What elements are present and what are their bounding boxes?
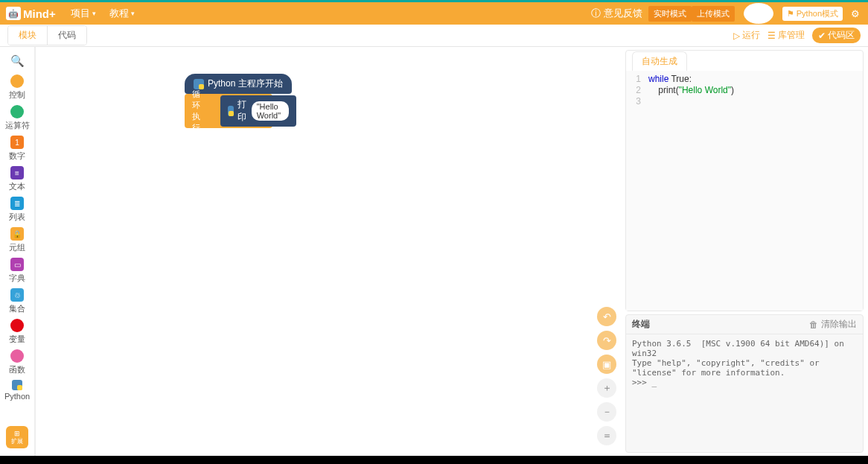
category-square-icon: ▭ [10, 258, 24, 271]
run-button[interactable]: ▷ 运行 [733, 29, 760, 42]
category-dot-icon [10, 319, 24, 332]
category-函数[interactable]: 函数 [4, 347, 30, 378]
extension-icon: ⊞ [14, 430, 20, 437]
logo-text: Mind+ [23, 7, 56, 20]
flag-icon: ⚑ [787, 9, 794, 19]
run-label: 运行 [742, 29, 760, 42]
info-icon: ⓘ [591, 7, 601, 20]
category-square-icon: ♲ [10, 288, 24, 302]
python-icon [12, 380, 22, 390]
lib-manage-button[interactable]: ☰ 库管理 [768, 29, 805, 42]
play-icon: ▷ [733, 31, 740, 41]
terminal-output[interactable]: Python 3.6.5 [MSC v.1900 64 bit AMD64)] … [626, 334, 863, 452]
second-bar: 模块 代码 ▷ 运行 ☰ 库管理 ✔ 代码区 [0, 25, 868, 47]
menu-tutorial[interactable]: 教程 ▾ [105, 5, 139, 22]
category-label: Python [4, 392, 30, 401]
top-bar: 🤖 Mind+ 项目 ▾ 教程 ▾ ⓘ 意见反馈 实时模式 上传模式 [0, 0, 868, 25]
feedback-link[interactable]: ⓘ 意见反馈 [591, 7, 642, 20]
gear-icon[interactable]: ⚙ [849, 7, 862, 20]
tab-code[interactable]: 代码 [47, 26, 86, 45]
zoom-reset-button[interactable]: ＝ [597, 426, 616, 445]
category-运算符[interactable]: 运算符 [4, 103, 30, 133]
zoom-out-button[interactable]: － [597, 402, 616, 422]
python-icon [228, 106, 234, 116]
category-dot-icon [10, 74, 24, 88]
block-canvas[interactable]: Python 主程序开始 循环执行 打印 "Hello World" ↶ [35, 47, 624, 456]
extensions-button[interactable]: ⊞ 扩展 [6, 426, 28, 448]
tab-blocks[interactable]: 模块 [8, 26, 47, 45]
logo: 🤖 Mind+ [6, 7, 56, 20]
category-label: 文本 [9, 181, 25, 192]
block-print-label: 打印 [237, 98, 248, 124]
code-tab-auto[interactable]: 自动生成 [632, 51, 687, 71]
category-变量[interactable]: 变量 [4, 317, 30, 347]
category-dot-icon [10, 105, 24, 118]
mascot-icon [744, 3, 773, 24]
extensions-label: 扩展 [11, 437, 23, 445]
zoom-in-button[interactable]: ＋ [597, 378, 616, 398]
category-列表[interactable]: ≣列表 [4, 194, 30, 225]
category-label: 字典 [9, 273, 25, 284]
category-控制[interactable]: 控制 [4, 72, 30, 103]
terminal-clear-button[interactable]: 🗑 清除输出 [809, 318, 857, 331]
logo-icon: 🤖 [6, 7, 21, 20]
category-label: 集合 [9, 303, 25, 314]
view-tabs: 模块 代码 [7, 25, 87, 45]
menu-tutorial-label: 教程 [109, 7, 129, 20]
terminal-panel: 终端 🗑 清除输出 Python 3.6.5 [MSC v.1900 64 bi… [625, 314, 864, 453]
right-panel: 自动生成 123 while True: print("Hello World"… [624, 47, 868, 456]
block-loop-forever[interactable]: 循环执行 打印 "Hello World" [185, 94, 272, 128]
code-area-label: 代码区 [828, 29, 855, 42]
code-lines: while True: print("Hello World") [644, 71, 734, 311]
lib-label: 库管理 [778, 29, 805, 42]
category-文本[interactable]: ≡文本 [4, 164, 30, 194]
code-editor[interactable]: 123 while True: print("Hello World") [626, 71, 863, 311]
category-Python[interactable]: Python [4, 378, 30, 403]
terminal-title: 终端 [632, 318, 650, 331]
block-loop-label: 循环执行 [192, 89, 200, 133]
category-square-icon: ≣ [10, 197, 24, 210]
block-print-arg[interactable]: "Hello World" [252, 101, 290, 121]
category-square-icon: ≡ [10, 166, 24, 179]
chevron-down-icon: ▾ [92, 10, 96, 17]
menu-project[interactable]: 项目 ▾ [66, 5, 100, 22]
center-button[interactable]: ▣ [597, 355, 616, 374]
mode-python-button[interactable]: ⚑ Python模式 [782, 7, 843, 21]
category-集合[interactable]: ♲集合 [4, 286, 30, 317]
category-字典[interactable]: ▭字典 [4, 255, 30, 286]
check-icon: ✔ [818, 31, 826, 41]
undo-button[interactable]: ↶ [597, 307, 616, 326]
top-menu: 项目 ▾ 教程 ▾ [66, 5, 139, 22]
category-label: 函数 [9, 364, 25, 375]
chevron-down-icon: ▾ [131, 10, 135, 17]
code-area-button[interactable]: ✔ 代码区 [812, 28, 861, 43]
feedback-label: 意见反馈 [604, 7, 642, 20]
category-square-icon: 1 [10, 136, 24, 149]
category-label: 运算符 [5, 120, 30, 131]
list-icon: ☰ [768, 31, 776, 41]
terminal-clear-label: 清除输出 [821, 318, 857, 331]
code-panel: 自动生成 123 while True: print("Hello World"… [625, 50, 864, 311]
trash-icon: 🗑 [809, 320, 818, 330]
category-label: 数字 [9, 150, 25, 162]
category-label: 控制 [9, 89, 25, 101]
search-icon[interactable]: 🔍 [7, 51, 28, 71]
line-gutter: 123 [626, 71, 644, 311]
redo-button[interactable]: ↷ [597, 331, 616, 350]
category-sidebar: 🔍 控制运算符1数字≡文本≣列表🔒元组▭字典♲集合变量函数Python ⊞ 扩展 [0, 47, 35, 456]
category-数字[interactable]: 1数字 [4, 133, 30, 164]
category-label: 列表 [9, 212, 25, 223]
menu-project-label: 项目 [71, 7, 90, 20]
block-print[interactable]: 打印 "Hello World" [220, 95, 296, 127]
category-dot-icon [10, 349, 24, 363]
mode-upload-button[interactable]: 上传模式 [692, 6, 735, 22]
category-square-icon: 🔒 [10, 227, 24, 241]
mode-realtime-button[interactable]: 实时模式 [648, 6, 692, 22]
python-icon [194, 79, 204, 89]
category-label: 元组 [9, 242, 25, 253]
block-python-main-start[interactable]: Python 主程序开始 [185, 74, 292, 94]
block-hat-label: Python 主程序开始 [208, 77, 283, 90]
category-label: 变量 [9, 334, 25, 345]
category-元组[interactable]: 🔒元组 [4, 225, 30, 255]
